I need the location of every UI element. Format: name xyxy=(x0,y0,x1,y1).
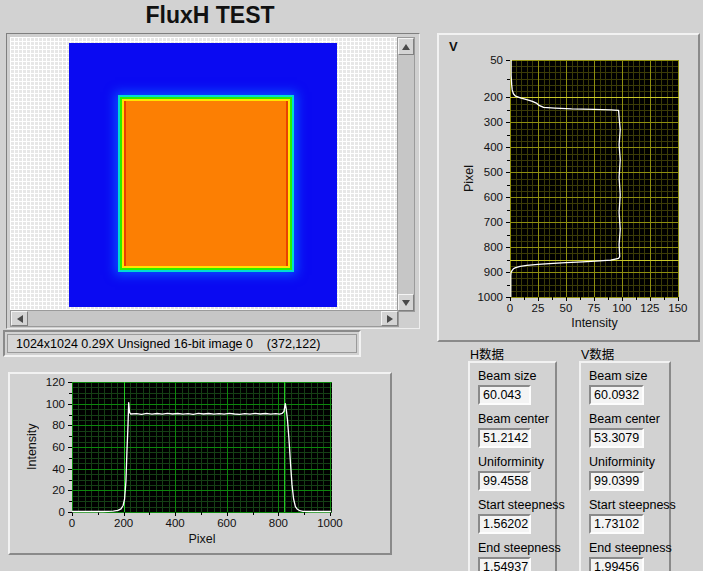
y-tick-label: 1000 xyxy=(477,291,503,303)
page-title: FluxH TEST xyxy=(0,2,420,29)
y-tick-label: 500 xyxy=(484,166,503,178)
field-value: 1.54937 xyxy=(478,557,531,571)
field-label: Beam size xyxy=(478,369,555,383)
y-tick-label: 300 xyxy=(484,116,503,128)
v-graph-y-axis-label: Pixel xyxy=(461,60,477,297)
h-graph-y-axis-label: Intensity xyxy=(24,382,40,512)
x-tick-label: 50 xyxy=(560,302,573,314)
y-tick-label: 20 xyxy=(52,484,65,496)
x-tick-label: 75 xyxy=(588,302,601,314)
x-tick-label: 25 xyxy=(532,302,545,314)
field-value: 53.3079 xyxy=(589,428,644,448)
x-tick-label: 100 xyxy=(612,302,631,314)
field-value: 99.4558 xyxy=(478,471,531,491)
image-display[interactable] xyxy=(10,37,397,310)
y-tick-label: 600 xyxy=(484,191,503,203)
v-graph-plot-area: 0255075100125150502003004005006007008009… xyxy=(510,60,679,297)
field-value: 99.0399 xyxy=(589,471,644,491)
y-tick-label: 120 xyxy=(46,376,65,388)
scroll-right-button[interactable] xyxy=(381,311,398,326)
v-data-panel: Beam size60.0932Beam center53.3079Unifor… xyxy=(579,361,671,571)
flux-test-window: FluxH TEST 1024x1024 0.29X xyxy=(0,0,703,571)
image-status-text: 1024x1024 0.29X Unsigned 16-bit image 0 … xyxy=(16,337,320,351)
beam-spot xyxy=(124,101,288,266)
x-tick-label: 800 xyxy=(269,517,288,529)
field-label: Start steepness xyxy=(589,498,669,512)
arrow-left-icon xyxy=(17,315,23,323)
y-tick-label: 40 xyxy=(52,463,65,475)
y-tick-label: 700 xyxy=(484,216,503,228)
h-graph-x-axis-label: Pixel xyxy=(72,532,332,546)
scroll-up-button[interactable] xyxy=(398,38,414,55)
x-tick-label: 200 xyxy=(114,517,133,529)
field-label: Uniforminity xyxy=(589,455,669,469)
h-profile-graph: Intensity Pixel 020040060080010000204060… xyxy=(8,372,392,555)
field-value: 1.73102 xyxy=(589,514,644,534)
v-graph-title: V xyxy=(449,39,458,54)
h-data-panel: Beam size60.043Beam center51.2142Uniform… xyxy=(468,361,557,571)
arrow-down-icon xyxy=(402,300,410,306)
arrow-up-icon xyxy=(402,44,410,50)
scroll-down-button[interactable] xyxy=(398,294,414,311)
field-label: Uniforminity xyxy=(478,455,555,469)
x-tick-label: 125 xyxy=(640,302,659,314)
field-label: Start steepness xyxy=(478,498,555,512)
y-tick-label: 200 xyxy=(484,91,503,103)
field-value: 51.2142 xyxy=(478,428,531,448)
v-profile-graph: V Pixel Intensity 0255075100125150502003… xyxy=(437,33,700,342)
field-label: Beam center xyxy=(589,412,669,426)
y-tick-label: 400 xyxy=(484,141,503,153)
field-value: 1.99456 xyxy=(589,557,644,571)
x-tick-label: 0 xyxy=(507,302,513,314)
image-status-bar: 1024x1024 0.29X Unsigned 16-bit image 0 … xyxy=(3,330,361,357)
field-label: Beam center xyxy=(478,412,555,426)
field-label: End steepness xyxy=(478,541,555,555)
y-tick-label: 60 xyxy=(52,441,65,453)
y-tick-label: 50 xyxy=(490,54,503,66)
image-display-panel xyxy=(6,33,420,329)
horizontal-scrollbar[interactable] xyxy=(10,310,399,327)
status-inner: 1024x1024 0.29X Unsigned 16-bit image 0 … xyxy=(7,334,357,353)
y-tick-label: 900 xyxy=(484,266,503,278)
x-tick-label: 150 xyxy=(668,302,687,314)
field-value: 1.56202 xyxy=(478,514,531,534)
field-label: End steepness xyxy=(589,541,669,555)
y-tick-label: 100 xyxy=(46,398,65,410)
y-tick-label: 800 xyxy=(484,241,503,253)
beam-heatmap-image xyxy=(69,43,337,307)
y-tick-label: 0 xyxy=(59,506,65,518)
vertical-scrollbar[interactable] xyxy=(397,37,415,312)
scroll-left-button[interactable] xyxy=(11,311,28,326)
x-tick-label: 0 xyxy=(69,517,75,529)
x-tick-label: 600 xyxy=(217,517,236,529)
field-label: Beam size xyxy=(589,369,669,383)
field-value: 60.043 xyxy=(478,385,531,405)
x-tick-label: 1000 xyxy=(317,517,343,529)
v-graph-x-axis-label: Intensity xyxy=(510,316,679,330)
field-value: 60.0932 xyxy=(589,385,644,405)
x-tick-label: 400 xyxy=(166,517,185,529)
arrow-right-icon xyxy=(387,315,393,323)
y-tick-label: 80 xyxy=(52,419,65,431)
h-graph-plot-area: 02004006008001000020406080100120 xyxy=(72,382,332,512)
